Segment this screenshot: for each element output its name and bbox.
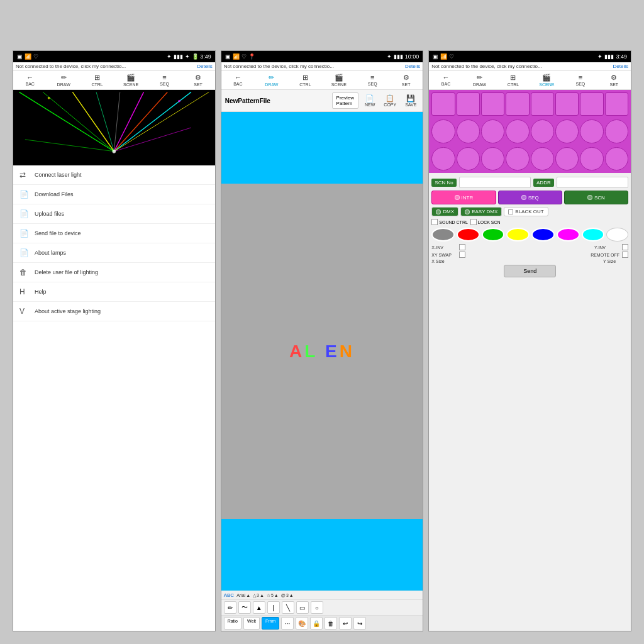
scene-circle-2[interactable] xyxy=(457,119,480,143)
scene-btn-1[interactable] xyxy=(431,92,455,116)
nav-draw-1[interactable]: ✏ DRAW xyxy=(47,72,80,88)
welt-btn[interactable]: Welt xyxy=(243,617,260,630)
color-gray[interactable] xyxy=(431,228,455,242)
frnm-btn[interactable]: Frnm xyxy=(262,617,279,630)
scene-circle-10[interactable] xyxy=(457,147,480,170)
save-btn[interactable]: 💾 SAVE xyxy=(402,93,419,108)
scene-circle-1[interactable] xyxy=(431,119,455,143)
seq-btn[interactable]: SEQ xyxy=(498,191,562,204)
line-btn[interactable]: | xyxy=(267,601,280,614)
easy-dmx-btn[interactable]: EASY DMX xyxy=(460,207,502,216)
send-button[interactable]: Send xyxy=(504,265,556,277)
scene-circle-13[interactable] xyxy=(531,147,554,170)
scene-circle-7[interactable] xyxy=(580,119,603,143)
lock-btn[interactable]: 🔒 xyxy=(310,617,323,630)
dotted-btn[interactable]: ··· xyxy=(281,617,294,630)
pencil-btn[interactable]: ✏ xyxy=(224,601,236,614)
font-select[interactable]: Arial ▲ xyxy=(236,593,250,597)
scene-circle-11[interactable] xyxy=(481,147,504,170)
eraser-btn[interactable]: 🗑 xyxy=(325,617,337,630)
lock-scn-item[interactable]: LOCK SCN xyxy=(470,219,501,225)
nav-back-2[interactable]: ← BAC xyxy=(221,72,255,88)
wave-btn[interactable]: 〜 xyxy=(238,601,251,614)
intr-btn[interactable]: INTR xyxy=(431,191,496,204)
menu-item-lamps[interactable]: 📄 About lamps xyxy=(13,243,215,263)
scene-circle-4[interactable] xyxy=(506,119,529,143)
nav-back-3[interactable]: ← BAC xyxy=(429,72,462,88)
yinv-checkbox[interactable] xyxy=(622,244,628,250)
nav-ctrl-2[interactable]: ⊞ CTRL xyxy=(289,72,322,88)
black-out-btn[interactable]: BLACK OUT xyxy=(504,207,548,216)
color-picker-btn[interactable]: 🎨 xyxy=(296,617,308,630)
scene-circle-6[interactable] xyxy=(555,119,579,143)
menu-item-about[interactable]: V About active stage lighting xyxy=(13,302,215,321)
sound-ctrl-checkbox[interactable] xyxy=(431,219,438,225)
redo-btn[interactable]: ↪ xyxy=(353,617,366,630)
scene-circle-9[interactable] xyxy=(431,147,455,170)
color-yellow[interactable] xyxy=(506,228,530,242)
nav-scene-1[interactable]: 🎬 SCENE xyxy=(114,72,147,88)
lock-scn-checkbox[interactable] xyxy=(470,219,477,225)
nav-back-1[interactable]: ← BAC xyxy=(13,72,47,88)
color-white[interactable] xyxy=(606,228,628,242)
circle-btn[interactable]: ○ xyxy=(311,601,323,614)
menu-item-help[interactable]: H Help xyxy=(13,282,215,302)
nav-scene-3[interactable]: 🎬 SCENE xyxy=(530,72,564,88)
nav-ctrl-1[interactable]: ⊞ CTRL xyxy=(80,72,114,88)
sound-ctrl-item[interactable]: SOUND CTRL xyxy=(431,219,468,225)
scene-btn-3[interactable] xyxy=(481,92,504,116)
addr-input[interactable] xyxy=(557,177,628,188)
triangle-btn[interactable]: ▲ xyxy=(253,601,265,614)
scene-btn-7[interactable] xyxy=(580,92,603,116)
scene-circle-16[interactable] xyxy=(605,147,628,170)
scene-btn-8[interactable] xyxy=(605,92,628,116)
nav-set-1[interactable]: ⚙ SET xyxy=(181,72,214,88)
spiral-select[interactable]: @ 3 ▲ xyxy=(281,593,294,597)
menu-item-download[interactable]: 📄 Download Files xyxy=(13,185,215,204)
xyswap-checkbox[interactable] xyxy=(459,252,465,258)
nav-set-3[interactable]: ⚙ SET xyxy=(597,72,631,88)
copy-btn[interactable]: 📋 COPY xyxy=(381,93,399,108)
color-red[interactable] xyxy=(457,228,480,242)
undo-btn[interactable]: ↩ xyxy=(339,617,352,630)
color-magenta[interactable] xyxy=(557,228,580,242)
scene-circle-15[interactable] xyxy=(580,147,603,170)
nav-seq-3[interactable]: ≡ SEQ xyxy=(564,72,597,88)
dmx-btn[interactable]: DMX xyxy=(431,207,458,216)
details-link-3[interactable]: Deteils xyxy=(613,64,628,69)
nav-seq-2[interactable]: ≡ SEQ xyxy=(355,72,389,88)
details-link-1[interactable]: Deteils xyxy=(197,64,212,69)
nav-set-2[interactable]: ⚙ SET xyxy=(389,72,423,88)
star-select[interactable]: ☆ 5 ▲ xyxy=(267,593,279,598)
color-cyan[interactable] xyxy=(582,228,605,242)
nav-draw-2[interactable]: ✏ DRAW xyxy=(255,72,288,88)
menu-item-connect[interactable]: ⇄ Connect laser light xyxy=(13,165,215,185)
scene-btn-2[interactable] xyxy=(457,92,480,116)
details-link-2[interactable]: Deteils xyxy=(405,64,420,69)
menu-item-send[interactable]: 📄 Send file to device xyxy=(13,224,215,243)
remote-off-checkbox[interactable] xyxy=(622,252,628,258)
scene-circle-3[interactable] xyxy=(481,119,504,143)
scene-btn-4[interactable] xyxy=(506,92,529,116)
scene-circle-12[interactable] xyxy=(506,147,529,170)
scene-btn-5[interactable] xyxy=(531,92,554,116)
nav-draw-3[interactable]: ✏ DRAW xyxy=(463,72,496,88)
scn-no-input[interactable] xyxy=(459,177,531,188)
rect-btn[interactable]: ▭ xyxy=(296,601,309,614)
menu-item-delete[interactable]: 🗑 Delete user file of lighting xyxy=(13,263,215,282)
color-blue[interactable] xyxy=(531,228,555,242)
draw-canvas[interactable]: ALIEN xyxy=(221,112,423,591)
new-btn[interactable]: 📄 NEW xyxy=(362,93,377,108)
diagonal-btn[interactable]: ╲ xyxy=(282,601,294,614)
triangle-select[interactable]: △ 3 ▲ xyxy=(253,593,264,598)
scene-circle-14[interactable] xyxy=(555,147,579,170)
nav-seq-1[interactable]: ≡ SEQ xyxy=(148,72,181,88)
menu-item-upload[interactable]: 📄 Upload files xyxy=(13,204,215,224)
scene-circle-5[interactable] xyxy=(531,119,554,143)
color-green[interactable] xyxy=(482,228,505,242)
preview-pattern-btn[interactable]: PreviewPattern xyxy=(332,92,358,109)
nav-scene-2[interactable]: 🎬 SCENE xyxy=(322,72,355,88)
scene-btn-6[interactable] xyxy=(555,92,579,116)
scn-btn[interactable]: SCN xyxy=(564,191,628,204)
nav-ctrl-3[interactable]: ⊞ CTRL xyxy=(496,72,530,88)
